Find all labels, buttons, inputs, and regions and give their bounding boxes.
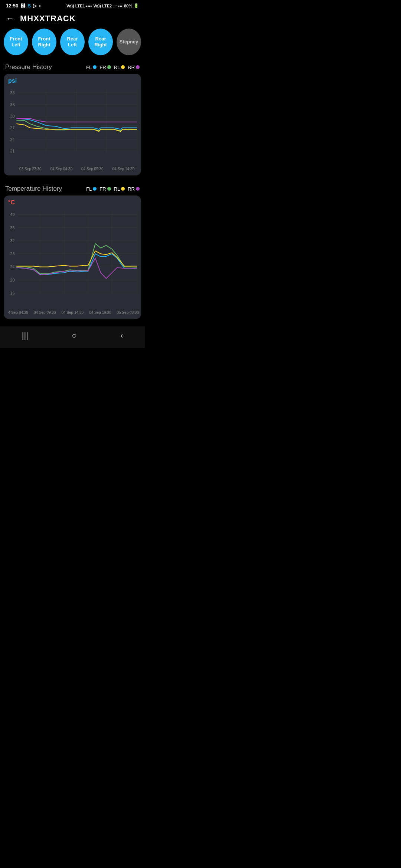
temp-chart-card: °C 40 36 32 28 24 20 16 (4, 195, 141, 319)
svg-text:16: 16 (10, 291, 14, 295)
legend-rl-label: RL (114, 65, 120, 70)
temp-title: Temperature History (5, 185, 62, 193)
temp-unit: °C (4, 199, 139, 207)
nav-back[interactable]: ‹ (120, 331, 123, 341)
temp-legend-fl-dot (93, 187, 97, 191)
temp-svg: 40 36 32 28 24 20 16 (4, 207, 139, 309)
svg-text:40: 40 (10, 213, 14, 217)
temp-x2: 04 Sep 09:30 (34, 310, 56, 315)
back-button[interactable]: ← (6, 14, 14, 23)
temp-x5: 05 Sep 00:30 (117, 310, 139, 315)
temp-legend-rr-label: RR (128, 186, 135, 192)
dot-icon: • (39, 3, 41, 9)
legend-rl-dot (121, 65, 125, 69)
status-left: 12:50 🖼 S ▷ • (6, 3, 40, 9)
svg-text:28: 28 (10, 251, 14, 256)
legend-rr-dot (136, 65, 140, 69)
temp-x-labels: 4 Sep 04:30 04 Sep 09:30 04 Sep 14:30 04… (4, 309, 139, 315)
pressure-x-labels: 03 Sep 23:30 04 Sep 04:30 04 Sep 09:30 0… (4, 165, 139, 172)
temp-legend: FL FR RL RR (86, 186, 140, 192)
pressure-chart-card: psi 36 33 30 27 24 21 (4, 74, 141, 175)
pressure-x2: 04 Sep 04:30 (50, 167, 73, 171)
svg-text:24: 24 (10, 137, 14, 142)
svg-text:24: 24 (10, 265, 14, 269)
app-header: ← MHXXTRACK (0, 10, 145, 29)
nav-recent-apps[interactable]: ||| (22, 331, 28, 341)
legend-fl-dot (93, 65, 97, 69)
s-icon: S (27, 3, 31, 9)
temp-legend-fr-label: FR (100, 186, 106, 192)
tire-btn-rr[interactable]: RearRight (88, 29, 113, 55)
tire-buttons-container: FrontLeft FrontRight RearLeft RearRight … (0, 29, 145, 61)
nav-home[interactable]: ○ (72, 331, 76, 341)
battery-icon: 🔋 (134, 3, 139, 8)
svg-text:20: 20 (10, 278, 14, 282)
legend-fl: FL (86, 65, 97, 70)
svg-text:27: 27 (10, 125, 14, 130)
temp-legend-rr-dot (136, 187, 140, 191)
legend-fr-label: FR (100, 65, 106, 70)
pressure-svg: 36 33 30 27 24 21 (4, 86, 139, 165)
pressure-x4: 04 Sep 14:30 (113, 167, 135, 171)
battery: 80% (124, 4, 132, 8)
legend-rl: RL (114, 65, 125, 70)
temp-x1: 4 Sep 04:30 (8, 310, 28, 315)
temp-legend-rl-label: RL (114, 186, 120, 192)
temp-chart-area: 40 36 32 28 24 20 16 (4, 207, 139, 309)
pressure-unit: psi (4, 78, 139, 86)
pressure-x1: 03 Sep 23:30 (19, 167, 42, 171)
pressure-title: Pressure History (5, 63, 52, 71)
pressure-chart-area: 36 33 30 27 24 21 (4, 86, 139, 165)
tire-btn-stepney[interactable]: Stepney (117, 29, 141, 55)
legend-fr: FR (100, 65, 111, 70)
time: 12:50 (6, 3, 18, 9)
svg-text:36: 36 (10, 91, 14, 95)
temp-legend-rl: RL (114, 186, 125, 192)
legend-rr: RR (128, 65, 140, 70)
page-title: MHXXTRACK (20, 14, 76, 23)
pressure-legend: FL FR RL RR (86, 65, 140, 70)
temp-x3: 04 Sep 14:30 (61, 310, 84, 315)
status-bar: 12:50 🖼 S ▷ • Vo)) LTE1 ▪▪▪▪ Vo)) LTE2 ↓… (0, 0, 145, 10)
tire-btn-rl[interactable]: RearLeft (60, 29, 85, 55)
legend-rr-label: RR (128, 65, 135, 70)
nav-bar: ||| ○ ‹ (0, 326, 145, 348)
tire-btn-fr[interactable]: FrontRight (32, 29, 56, 55)
temp-legend-rr: RR (128, 186, 140, 192)
legend-fl-label: FL (86, 65, 92, 70)
status-right: Vo)) LTE1 ▪▪▪▪ Vo)) LTE2 ↓↑ ▪▪▪ 80% 🔋 (66, 3, 139, 8)
photo-icon: 🖼 (20, 3, 25, 9)
play-icon: ▷ (33, 3, 37, 9)
temp-section-header: Temperature History FL FR RL RR (0, 183, 145, 195)
pressure-x3: 04 Sep 09:30 (81, 167, 104, 171)
pressure-section-header: Pressure History FL FR RL RR (0, 61, 145, 74)
signal-vod1: Vo)) LTE1 ▪▪▪▪ (66, 4, 92, 8)
svg-text:36: 36 (10, 226, 14, 230)
temp-legend-fr-dot (107, 187, 111, 191)
svg-text:33: 33 (10, 102, 14, 107)
temp-legend-fr: FR (100, 186, 111, 192)
legend-fr-dot (107, 65, 111, 69)
temp-x4: 04 Sep 19:30 (89, 310, 111, 315)
temp-legend-fl: FL (86, 186, 97, 192)
tire-btn-fl[interactable]: FrontLeft (4, 29, 28, 55)
temp-legend-rl-dot (121, 187, 125, 191)
svg-text:30: 30 (10, 114, 14, 118)
svg-text:32: 32 (10, 239, 14, 243)
svg-text:21: 21 (10, 149, 14, 153)
temp-legend-fl-label: FL (86, 186, 92, 192)
signal-vod2: Vo)) LTE2 ↓↑ ▪▪▪ (93, 4, 123, 8)
